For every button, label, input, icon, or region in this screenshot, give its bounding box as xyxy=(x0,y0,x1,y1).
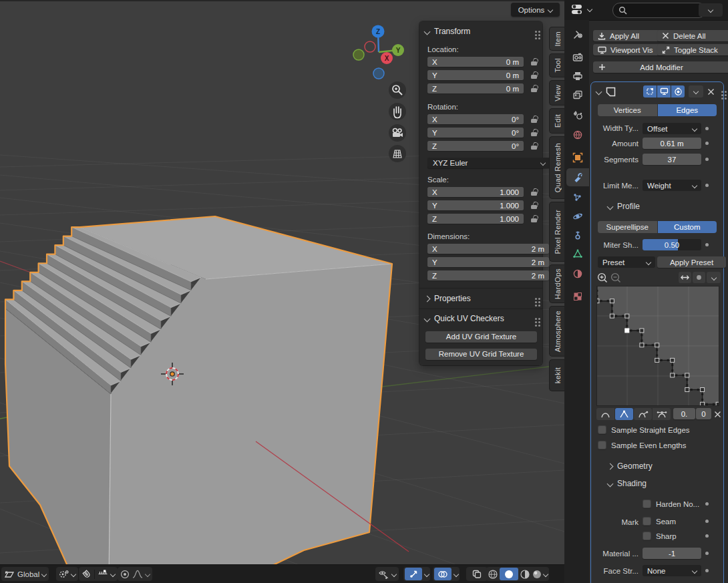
falloff-dropdown[interactable] xyxy=(145,571,150,576)
tab-scene[interactable] xyxy=(566,106,589,124)
add-modifier-button[interactable]: Add Modifier xyxy=(593,61,728,73)
sharp-checkbox[interactable] xyxy=(643,532,651,540)
shading-section-header[interactable]: Shading xyxy=(608,479,647,488)
sample-even-checkbox[interactable] xyxy=(598,441,606,449)
affect-edges-option[interactable]: Edges xyxy=(658,104,717,116)
camera-view-button[interactable] xyxy=(389,124,406,142)
keyframe-dot[interactable] xyxy=(705,534,709,538)
gizmo-dropdown[interactable] xyxy=(424,571,429,576)
zoom-in-icon[interactable] xyxy=(596,272,608,284)
face-strength-dropdown[interactable]: None xyxy=(643,565,701,576)
tab-texture[interactable] xyxy=(566,287,589,305)
zoom-out-icon[interactable] xyxy=(610,272,622,284)
lock-icon[interactable] xyxy=(530,216,538,222)
lock-icon[interactable] xyxy=(530,86,538,91)
drag-dots-icon[interactable] xyxy=(535,318,537,320)
zoom-button[interactable] xyxy=(389,81,406,99)
xray-toggle[interactable] xyxy=(466,567,488,581)
dimension-z-field[interactable]: Z2 m xyxy=(427,270,549,280)
clipping-toggle[interactable] xyxy=(679,272,691,283)
apply-preset-button[interactable]: Apply Preset xyxy=(657,256,726,268)
remove-modifier-button[interactable] xyxy=(707,88,715,95)
pan-button[interactable] xyxy=(389,103,406,120)
keyframe-dot[interactable] xyxy=(705,569,709,572)
harden-normals-checkbox[interactable] xyxy=(643,500,651,508)
overlays-toggle[interactable] xyxy=(434,568,451,580)
sidebar-tab-view[interactable]: View xyxy=(549,80,566,106)
gizmo-toggle[interactable] xyxy=(405,568,422,580)
handle-auto-button[interactable] xyxy=(596,408,614,420)
keyframe-dot[interactable] xyxy=(705,142,709,145)
profile-section-header[interactable]: Profile xyxy=(608,202,640,211)
lock-icon[interactable] xyxy=(530,73,538,78)
sidebar-tab-kekit[interactable]: kekit xyxy=(549,359,566,391)
point-x-field[interactable]: 0. xyxy=(673,408,695,419)
properties-subpanel-header[interactable]: Properties xyxy=(425,294,537,303)
overlays-dropdown[interactable] xyxy=(453,571,459,576)
ortho-toggle-button[interactable] xyxy=(389,145,406,162)
tab-view-layer[interactable] xyxy=(566,85,589,104)
snap-dropdown[interactable] xyxy=(110,571,116,576)
location-x-field[interactable]: X0 m xyxy=(427,57,524,67)
remove-uv-grid-button[interactable]: Remove UV Grid Texture xyxy=(425,349,537,360)
scale-y-field[interactable]: Y1.000 xyxy=(427,200,524,210)
sidebar-tab-pixel-render[interactable]: Pixel Render xyxy=(549,202,566,262)
handle-aligned-button[interactable] xyxy=(653,408,671,420)
curve-extras-dropdown[interactable] xyxy=(707,272,721,283)
solid-shading-button[interactable] xyxy=(500,568,518,580)
miter-slider[interactable]: 0.50 xyxy=(643,239,701,250)
realtime-display-toggle[interactable] xyxy=(657,85,671,98)
drag-dots-icon[interactable] xyxy=(535,298,537,300)
modifier-header[interactable] xyxy=(596,85,723,98)
tab-modifiers[interactable] xyxy=(566,168,589,186)
falloff-curve-icon[interactable] xyxy=(132,570,143,578)
apply-all-button[interactable]: Apply All xyxy=(593,30,665,41)
tab-render[interactable] xyxy=(566,48,589,66)
preset-dropdown[interactable]: Preset xyxy=(598,256,655,268)
modifier-extras-dropdown[interactable] xyxy=(689,85,703,98)
keyframe-dot[interactable] xyxy=(705,127,709,130)
toggle-stack-button[interactable]: Toggle Stack xyxy=(657,44,728,55)
tab-particles[interactable] xyxy=(566,188,589,206)
tab-output[interactable] xyxy=(566,67,589,85)
keyframe-dot[interactable] xyxy=(705,552,709,555)
point-y-field[interactable]: 0 xyxy=(696,408,711,419)
drag-dots-icon[interactable] xyxy=(535,31,537,33)
handle-free-button[interactable] xyxy=(634,408,652,420)
keyframe-dot[interactable] xyxy=(705,184,709,187)
lock-icon[interactable] xyxy=(530,203,538,208)
dimension-y-field[interactable]: Y2 m xyxy=(427,257,549,267)
editmode-display-toggle[interactable] xyxy=(643,85,657,98)
tab-object[interactable] xyxy=(566,148,589,166)
tab-object-data[interactable] xyxy=(566,244,589,262)
lock-icon[interactable] xyxy=(530,59,538,65)
location-y-field[interactable]: Y0 m xyxy=(427,70,524,80)
render-display-toggle[interactable] xyxy=(671,85,685,98)
sidebar-tab-edit[interactable]: Edit xyxy=(549,108,566,134)
location-z-field[interactable]: Z0 m xyxy=(427,83,524,93)
delete-all-button[interactable]: Delete All xyxy=(657,30,728,41)
seam-checkbox[interactable] xyxy=(643,517,651,526)
sidebar-tab-tool[interactable]: Tool xyxy=(549,53,566,77)
sample-point-toggle[interactable] xyxy=(693,272,705,283)
sidebar-tab-atmosphere[interactable]: Atmosphere xyxy=(549,306,566,357)
keyframe-dot[interactable] xyxy=(705,520,709,523)
quickuv-subpanel-header[interactable]: Quick UV Checkers xyxy=(425,314,537,323)
lock-icon[interactable] xyxy=(530,130,538,136)
editor-type-button[interactable] xyxy=(570,3,592,15)
profile-superellipse-option[interactable]: Superellipse xyxy=(598,221,657,233)
amount-field[interactable]: 0.61 m xyxy=(643,138,701,149)
wireframe-shading-button[interactable] xyxy=(488,569,498,580)
tab-tool[interactable] xyxy=(566,25,589,43)
tab-physics[interactable] xyxy=(566,207,589,225)
drag-dots-icon[interactable] xyxy=(721,91,723,93)
tab-constraints[interactable] xyxy=(566,226,589,244)
viewport-vis-button[interactable]: Viewport Vis xyxy=(593,44,665,55)
filter-dropdown-button[interactable] xyxy=(699,3,723,17)
lock-icon[interactable] xyxy=(530,190,538,195)
add-uv-grid-button[interactable]: Add UV Grid Texture xyxy=(425,331,537,343)
pivot-point-dropdown[interactable] xyxy=(56,567,78,581)
limit-method-dropdown[interactable]: Weight xyxy=(643,180,701,191)
segments-field[interactable]: 37 xyxy=(643,154,701,165)
tab-material[interactable] xyxy=(566,264,589,282)
